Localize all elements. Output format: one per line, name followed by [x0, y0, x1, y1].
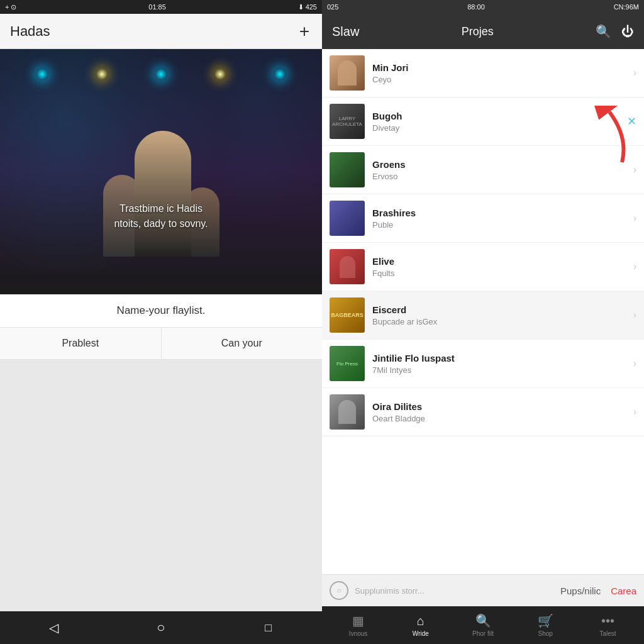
player-label-2[interactable]: Carea	[611, 586, 636, 596]
search-icon[interactable]: 🔍	[596, 24, 611, 39]
track-item-4[interactable]: Brashires Puble ›	[322, 194, 644, 243]
light-3	[155, 68, 167, 80]
track-info-5: Elive Fqults	[372, 256, 628, 278]
track-artist-7: 7Mil Intyes	[372, 365, 628, 375]
track-name-3: Groens	[372, 159, 628, 170]
figure-main	[135, 131, 191, 257]
title-section: Projes	[462, 25, 494, 38]
status-bar-left: + ⊙ 01:85 ⬇ 425	[0, 0, 322, 14]
player-progress-icon: ○	[330, 581, 348, 600]
light-2	[96, 68, 108, 80]
player-track-text: Supplunimis storr...	[355, 586, 554, 596]
tab-talest[interactable]: ••• Talest	[577, 614, 639, 637]
status-left-right: 025	[327, 3, 338, 11]
app-title-left: Hadas	[10, 23, 50, 40]
dialog-button-prablest[interactable]: Prablest	[0, 328, 162, 359]
status-right-left: ⬇ 425	[298, 3, 317, 11]
tab-phorfilt[interactable]: 🔍 Phor filt	[452, 613, 514, 637]
app-name-right: Slaw	[332, 25, 359, 39]
track-artist-8: Oeart Bladdge	[372, 414, 628, 423]
close-button-2[interactable]: ✕	[627, 114, 636, 128]
tab-shop-icon: 🛒	[538, 613, 553, 628]
home-icon[interactable]: ○	[153, 620, 169, 635]
panel-title-right: Projes	[462, 25, 494, 38]
top-bar-right: Slaw Projes 🔍 ⏻	[322, 14, 644, 49]
tab-ivnous-icon: ▦	[352, 613, 364, 628]
tab-ivnous[interactable]: ▦ Ivnous	[327, 613, 389, 637]
track-info-8: Oira Dilites Oeart Bladdge	[372, 401, 628, 423]
track-item-7[interactable]: Flo Press Jintilie Flo Iuspast 7Mil Inty…	[322, 340, 644, 388]
tab-phorfilt-icon: 🔍	[475, 613, 491, 628]
track-info-3: Groens Ervoso	[372, 159, 628, 181]
dialog-title: Name-your flaylist.	[0, 294, 322, 328]
status-bar-right: 025 88:00 CN:96M	[322, 0, 644, 14]
album-art-2: LARRY ARCHULETA	[330, 104, 365, 139]
track-info-4: Brashires Puble	[372, 208, 628, 230]
chevron-6: ›	[633, 309, 636, 321]
track-info-6: Eiscerd Bupcade ar isGex	[372, 304, 628, 326]
power-icon[interactable]: ⏻	[621, 25, 634, 39]
bottom-nav-left: ◁ ○ □	[0, 611, 322, 644]
tab-wride-label: Wride	[413, 630, 429, 637]
track-item-6[interactable]: BAGBEARS Eiscerd Bupcade ar isGex ›	[322, 291, 644, 340]
status-left-icons: + ⊙	[5, 3, 16, 11]
bottom-tab-bar: ▦ Ivnous ⌂ Wride 🔍 Phor filt 🛒 Shop ••• …	[322, 606, 644, 644]
recents-icon[interactable]: □	[261, 620, 276, 635]
player-buttons: Pups/nilic Carea	[560, 586, 636, 596]
tab-shop[interactable]: 🛒 Shop	[514, 613, 577, 637]
track-artist-3: Ervoso	[372, 172, 628, 181]
player-label-1[interactable]: Pups/nilic	[560, 586, 601, 596]
track-name-2: Bugoh	[372, 111, 622, 121]
album-art-6: BAGBEARS	[330, 297, 365, 333]
album-art-5	[330, 249, 365, 284]
tab-talest-label: Talest	[599, 630, 616, 637]
track-name-5: Elive	[372, 256, 628, 267]
track-item-8[interactable]: Oira Dilites Oeart Bladdge ›	[322, 388, 644, 436]
top-bar-left: Hadas +	[0, 14, 322, 49]
hero-image: Trastbime ic Hadis ntoits, dady to sovny…	[0, 49, 322, 294]
track-name-8: Oira Dilites	[372, 401, 628, 412]
track-item-3[interactable]: Groens Ervoso ›	[322, 146, 644, 194]
chevron-5: ›	[633, 261, 636, 272]
track-info-2: Bugoh Divetay	[372, 111, 622, 133]
add-button[interactable]: +	[297, 24, 312, 39]
status-time-left: 01:85	[148, 3, 166, 11]
dialog-button-can-your[interactable]: Can your	[162, 328, 323, 359]
hero-line2: ntoits, dady to sovny.	[0, 216, 322, 231]
bottom-player: ○ Supplunimis storr... Pups/nilic Carea	[322, 574, 644, 606]
light-4	[214, 68, 226, 80]
hero-text: Trastbime ic Hadis ntoits, dady to sovny…	[0, 201, 322, 231]
chevron-8: ›	[633, 406, 636, 418]
chevron-3: ›	[633, 164, 636, 175]
dialog-box: Name-your flaylist. Prablest Can your	[0, 294, 322, 360]
tab-phorfilt-label: Phor filt	[472, 630, 494, 637]
tab-ivnous-label: Ivnous	[349, 630, 367, 637]
status-time-right: 88:00	[467, 3, 485, 11]
light-1	[36, 68, 48, 80]
album-art-4	[330, 201, 365, 236]
track-name-1: Min Jori	[372, 62, 628, 73]
track-name-4: Brashires	[372, 208, 628, 218]
track-list[interactable]: Min Jori Ceyo › LARRY ARCHULETA Bugoh Di…	[322, 49, 644, 574]
album-art-8	[330, 394, 365, 430]
left-panel: + ⊙ 01:85 ⬇ 425 Hadas + Trastbime ic Had…	[0, 0, 322, 644]
track-item-1[interactable]: Min Jori Ceyo ›	[322, 49, 644, 97]
album-art-3	[330, 152, 365, 187]
right-panel: 025 88:00 CN:96M Slaw Projes 🔍 ⏻	[322, 0, 644, 644]
track-artist-6: Bupcade ar isGex	[372, 317, 628, 326]
chevron-4: ›	[633, 213, 636, 224]
track-item-2[interactable]: LARRY ARCHULETA Bugoh Divetay ✕	[322, 97, 644, 146]
track-name-7: Jintilie Flo Iuspast	[372, 353, 628, 364]
dialog-buttons: Prablest Can your	[0, 328, 322, 360]
album-art-1	[330, 55, 365, 91]
hero-lights	[0, 68, 322, 80]
back-icon[interactable]: ◁	[46, 620, 61, 635]
tab-wride[interactable]: ⌂ Wride	[389, 614, 452, 637]
tab-shop-label: Shop	[538, 630, 553, 637]
track-item-5[interactable]: Elive Fqults ›	[322, 243, 644, 291]
track-artist-2: Divetay	[372, 123, 622, 133]
track-name-6: Eiscerd	[372, 304, 628, 315]
album-art-7: Flo Press	[330, 346, 365, 381]
track-info-7: Jintilie Flo Iuspast 7Mil Intyes	[372, 353, 628, 375]
tab-talest-icon: •••	[601, 614, 614, 628]
